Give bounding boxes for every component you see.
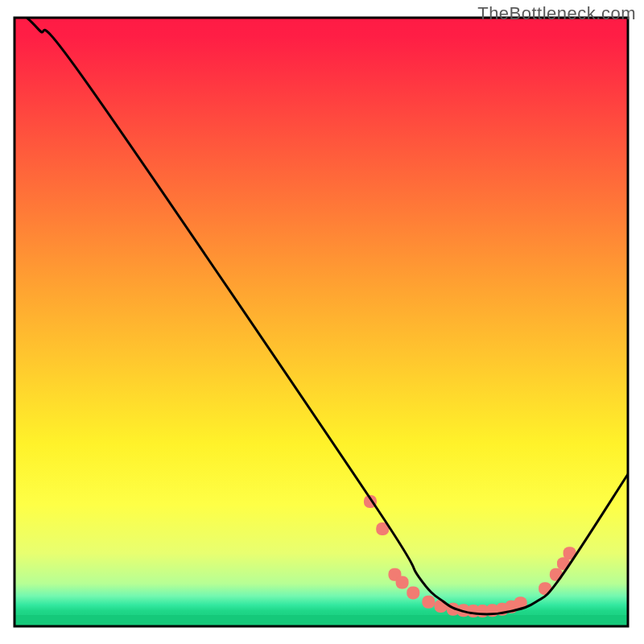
- bottom-green-band: [14, 615, 628, 626]
- watermark-text: TheBottleneck.com: [477, 3, 636, 24]
- chart-svg: [0, 0, 644, 644]
- curve-marker: [422, 596, 435, 609]
- bottleneck-chart: TheBottleneck.com: [0, 0, 644, 644]
- curve-marker: [407, 586, 419, 599]
- curve-marker: [396, 576, 409, 589]
